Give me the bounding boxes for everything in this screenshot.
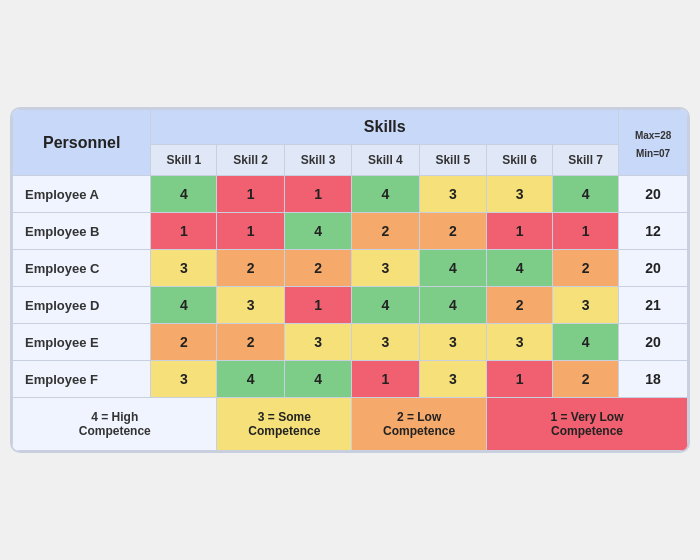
skill5-header: Skill 5: [419, 145, 486, 176]
score-cell-0-1: 1: [217, 176, 284, 213]
score-cell-1-0: 1: [151, 213, 217, 250]
score-cell-1-3: 2: [352, 213, 419, 250]
employee-name: Employee B: [13, 213, 151, 250]
total-cell: 12: [619, 213, 688, 250]
skills-table: Personnel Skills Max=28Min=07 Skill 1 Sk…: [12, 109, 688, 451]
table-row: Employee F344131218: [13, 361, 688, 398]
score-cell-3-1: 3: [217, 287, 284, 324]
employee-name: Employee C: [13, 250, 151, 287]
legend-row: 4 = HighCompetence 3 = SomeCompetence 2 …: [13, 398, 688, 451]
skill6-header: Skill 6: [486, 145, 552, 176]
score-cell-4-2: 3: [284, 324, 351, 361]
score-cell-4-5: 3: [486, 324, 552, 361]
score-cell-5-6: 2: [553, 361, 619, 398]
score-cell-0-4: 3: [419, 176, 486, 213]
employee-name: Employee E: [13, 324, 151, 361]
score-cell-5-1: 4: [217, 361, 284, 398]
score-cell-3-3: 4: [352, 287, 419, 324]
skill1-header: Skill 1: [151, 145, 217, 176]
score-cell-0-0: 4: [151, 176, 217, 213]
skill7-header: Skill 7: [553, 145, 619, 176]
table-row: Employee A411433420: [13, 176, 688, 213]
score-cell-3-6: 3: [553, 287, 619, 324]
employee-name: Employee F: [13, 361, 151, 398]
score-cell-2-5: 4: [486, 250, 552, 287]
legend-4: 4 = HighCompetence: [13, 398, 217, 451]
score-cell-4-0: 2: [151, 324, 217, 361]
skills-header: Skills: [151, 110, 619, 145]
score-cell-2-6: 2: [553, 250, 619, 287]
score-cell-0-6: 4: [553, 176, 619, 213]
score-cell-2-3: 3: [352, 250, 419, 287]
legend-2: 2 = LowCompetence: [352, 398, 487, 451]
score-cell-4-4: 3: [419, 324, 486, 361]
max-min-label: Max=28Min=07: [635, 130, 671, 159]
score-cell-2-4: 4: [419, 250, 486, 287]
score-cell-3-4: 4: [419, 287, 486, 324]
score-cell-0-5: 3: [486, 176, 552, 213]
personnel-header: Personnel: [13, 110, 151, 176]
score-cell-1-1: 1: [217, 213, 284, 250]
total-cell: 20: [619, 250, 688, 287]
score-cell-3-5: 2: [486, 287, 552, 324]
total-cell: 20: [619, 324, 688, 361]
score-cell-4-3: 3: [352, 324, 419, 361]
score-cell-2-0: 3: [151, 250, 217, 287]
score-cell-4-1: 2: [217, 324, 284, 361]
score-cell-3-0: 4: [151, 287, 217, 324]
employee-name: Employee A: [13, 176, 151, 213]
total-cell: 18: [619, 361, 688, 398]
score-cell-2-1: 2: [217, 250, 284, 287]
max-min-header: Max=28Min=07: [619, 110, 688, 176]
score-cell-5-3: 1: [352, 361, 419, 398]
table-row: Employee E223333420: [13, 324, 688, 361]
score-cell-3-2: 1: [284, 287, 351, 324]
skill4-header: Skill 4: [352, 145, 419, 176]
score-cell-5-5: 1: [486, 361, 552, 398]
table-row: Employee C322344220: [13, 250, 688, 287]
table-body: Employee A411433420Employee B114221112Em…: [13, 176, 688, 398]
score-cell-1-2: 4: [284, 213, 351, 250]
skills-matrix-container: Personnel Skills Max=28Min=07 Skill 1 Sk…: [10, 107, 690, 453]
legend-3: 3 = SomeCompetence: [217, 398, 352, 451]
score-cell-1-4: 2: [419, 213, 486, 250]
score-cell-5-2: 4: [284, 361, 351, 398]
score-cell-4-6: 4: [553, 324, 619, 361]
score-cell-5-4: 3: [419, 361, 486, 398]
score-cell-0-2: 1: [284, 176, 351, 213]
score-cell-1-6: 1: [553, 213, 619, 250]
table-row: Employee D431442321: [13, 287, 688, 324]
employee-name: Employee D: [13, 287, 151, 324]
total-cell: 21: [619, 287, 688, 324]
skill3-header: Skill 3: [284, 145, 351, 176]
score-cell-1-5: 1: [486, 213, 552, 250]
header-row: Personnel Skills Max=28Min=07: [13, 110, 688, 145]
score-cell-5-0: 3: [151, 361, 217, 398]
total-cell: 20: [619, 176, 688, 213]
score-cell-0-3: 4: [352, 176, 419, 213]
skill2-header: Skill 2: [217, 145, 284, 176]
legend-1: 1 = Very LowCompetence: [486, 398, 687, 451]
score-cell-2-2: 2: [284, 250, 351, 287]
table-row: Employee B114221112: [13, 213, 688, 250]
